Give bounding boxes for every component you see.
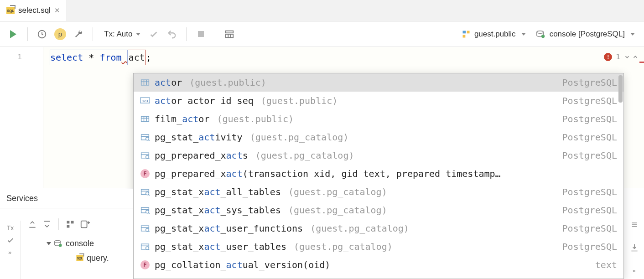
svg-point-42 bbox=[146, 247, 149, 250]
view-icon bbox=[140, 188, 150, 196]
separator bbox=[58, 218, 59, 230]
line-number: 1 bbox=[0, 50, 22, 64]
chevron-down-icon bbox=[521, 33, 526, 36]
collapse-icon[interactable] bbox=[628, 220, 640, 230]
svg-line-23 bbox=[149, 140, 150, 141]
table-icon bbox=[140, 78, 150, 87]
view-icon bbox=[140, 224, 150, 232]
undo-icon bbox=[167, 29, 177, 39]
tree-node-label: query. bbox=[87, 253, 109, 263]
p-badge-icon: p bbox=[54, 28, 66, 40]
svg-rect-47 bbox=[81, 221, 87, 228]
completion-kind: PostgreSQL bbox=[562, 241, 617, 252]
code-suffix: ; bbox=[146, 50, 151, 65]
completion-kind: PostgreSQL bbox=[562, 77, 617, 88]
autocomplete-item[interactable]: 123actor_actor_id_seq(guest.public)Postg… bbox=[134, 92, 623, 110]
autocomplete-item[interactable]: Fpg_prepared_xact(transaction xid, gid t… bbox=[134, 165, 623, 183]
profile-button[interactable]: p bbox=[52, 26, 68, 42]
svg-point-22 bbox=[146, 137, 149, 140]
separator bbox=[27, 27, 28, 41]
view-icon bbox=[140, 133, 150, 141]
svg-point-38 bbox=[146, 228, 149, 232]
tree-node-query[interactable]: SQL query. bbox=[26, 251, 129, 265]
completion-context: (guest.public) bbox=[189, 77, 266, 88]
more-icon[interactable]: » bbox=[8, 249, 12, 256]
completion-context: (guest.pg_catalog) bbox=[294, 241, 393, 252]
completion-name: film_actor bbox=[155, 114, 209, 124]
svg-point-30 bbox=[146, 192, 149, 195]
code-line: select * from act; bbox=[50, 50, 638, 65]
services-tree[interactable]: console SQL query. bbox=[21, 234, 133, 265]
svg-line-43 bbox=[149, 249, 150, 250]
file-tab[interactable]: SQL select.sql ✕ bbox=[0, 0, 67, 21]
completion-name: pg_stat_activity bbox=[155, 132, 243, 143]
autocomplete-item[interactable]: pg_stat_activity(guest.pg_catalog)Postgr… bbox=[134, 128, 623, 146]
table-icon bbox=[140, 115, 150, 123]
separator bbox=[215, 27, 215, 41]
schema-icon bbox=[462, 30, 471, 39]
svg-rect-45 bbox=[71, 221, 74, 224]
svg-line-39 bbox=[149, 231, 150, 232]
schema-name: guest.public bbox=[474, 30, 516, 39]
autocomplete-list[interactable]: actor(guest.public)PostgreSQL123actor_ac… bbox=[134, 73, 623, 279]
autocomplete-item[interactable]: pg_stat_xact_user_tables(guest.pg_catalo… bbox=[134, 238, 623, 256]
services-toolbar bbox=[21, 214, 133, 234]
check-icon[interactable] bbox=[6, 236, 15, 244]
svg-rect-16 bbox=[141, 116, 149, 122]
autocomplete-item[interactable]: film_actor(guest.public)PostgreSQL bbox=[134, 110, 623, 128]
rollback-button[interactable] bbox=[164, 26, 180, 42]
autocomplete-item[interactable]: pg_prepared_xacts(guest.pg_catalog)Postg… bbox=[134, 146, 623, 165]
completion-kind: text bbox=[595, 259, 617, 270]
close-tab-icon[interactable]: ✕ bbox=[54, 6, 60, 15]
seq-icon: 123 bbox=[140, 97, 150, 105]
tree-node-console[interactable]: console bbox=[26, 236, 129, 251]
completion-name: actor_actor_id_seq bbox=[155, 95, 254, 106]
completion-context: (guest.pg_catalog) bbox=[310, 223, 409, 234]
stop-button[interactable] bbox=[193, 26, 208, 42]
tx-indicator[interactable]: Tx bbox=[7, 224, 14, 232]
completion-name: actor bbox=[155, 77, 182, 88]
chevron-down-icon bbox=[136, 33, 140, 36]
error-stripe[interactable] bbox=[639, 62, 644, 63]
autocomplete-item[interactable]: pg_stat_xact_user_functions(guest.pg_cat… bbox=[134, 219, 623, 238]
expand-icon[interactable] bbox=[47, 242, 51, 245]
run-button[interactable] bbox=[5, 26, 21, 42]
tx-mode-dropdown[interactable]: Tx: Auto bbox=[104, 30, 140, 39]
services-title: Services bbox=[0, 189, 133, 208]
autocomplete-item[interactable]: Fpg_collation_actual_version(oid)text bbox=[134, 256, 623, 274]
autocomplete-popup: actor(guest.public)PostgreSQL123actor_ac… bbox=[133, 73, 624, 279]
svg-point-50 bbox=[55, 240, 61, 243]
view-icon bbox=[140, 206, 150, 214]
completion-name: pg_collation_actual_version(oid) bbox=[155, 259, 330, 270]
autocomplete-item[interactable]: pg_stat_xact_sys_tables(guest.pg_catalog… bbox=[134, 201, 623, 219]
settings-button[interactable] bbox=[71, 26, 86, 42]
layout-button[interactable] bbox=[64, 218, 76, 230]
commit-button[interactable] bbox=[146, 26, 161, 42]
clock-icon bbox=[37, 29, 47, 39]
play-icon bbox=[10, 30, 16, 38]
scrollbar-thumb[interactable] bbox=[618, 75, 623, 103]
autocomplete-item[interactable]: pg_stat_xact_all_tables(guest.pg_catalog… bbox=[134, 183, 623, 201]
inspection-widget[interactable]: ! 1 bbox=[604, 50, 639, 64]
separator bbox=[186, 27, 187, 41]
console-name: console [PostgreSQL] bbox=[550, 30, 625, 39]
svg-line-35 bbox=[149, 213, 150, 214]
chevron-up-icon[interactable] bbox=[632, 54, 639, 60]
console-selector[interactable]: console [PostgreSQL] bbox=[532, 30, 639, 39]
datasource-icon bbox=[54, 239, 63, 248]
svg-point-51 bbox=[59, 244, 62, 247]
svg-line-27 bbox=[149, 158, 150, 159]
expand-all-button[interactable] bbox=[26, 218, 38, 230]
add-button[interactable] bbox=[79, 218, 91, 230]
schema-selector[interactable]: guest.public bbox=[458, 30, 530, 39]
more-icon[interactable]: » bbox=[628, 265, 640, 275]
collapse-all-button[interactable] bbox=[41, 218, 53, 230]
history-button[interactable] bbox=[34, 26, 50, 42]
download-icon[interactable] bbox=[628, 243, 640, 253]
separator bbox=[93, 27, 93, 41]
chevron-down-icon[interactable] bbox=[624, 54, 630, 60]
output-layout-button[interactable] bbox=[222, 26, 237, 42]
view-icon bbox=[140, 151, 150, 160]
autocomplete-item[interactable]: actor(guest.public)PostgreSQL bbox=[134, 73, 623, 92]
completion-context: (guest.pg_catalog) bbox=[255, 150, 354, 161]
